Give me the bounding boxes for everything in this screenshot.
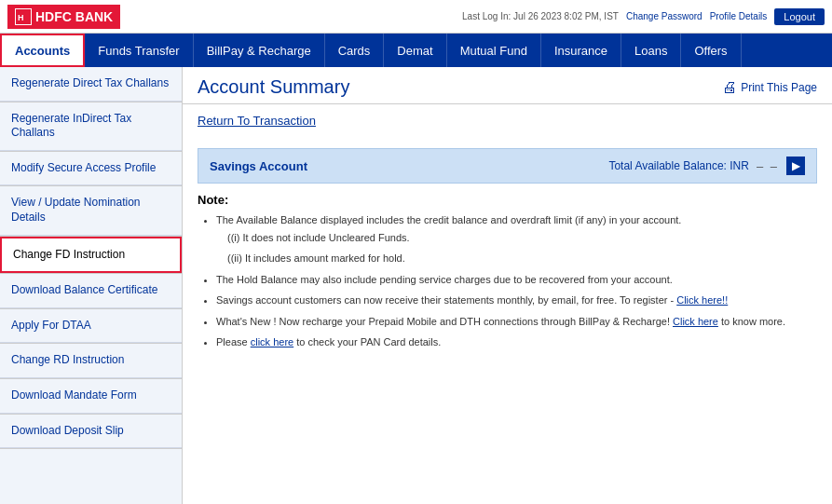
nav-item-accounts[interactable]: Accounts [0,34,85,67]
nav-item-funds-transfer[interactable]: Funds Transfer [85,34,193,67]
sidebar-item-view--update-nomination-details[interactable]: View / Update Nomination Details [0,186,182,235]
savings-account-bar: Savings Account Total Available Balance:… [198,148,817,184]
sidebar-item-download-mandate-form[interactable]: Download Mandate Form [0,379,182,414]
balance-label: Total Available Balance: INR [608,159,749,172]
return-to-transaction-link[interactable]: Return To Transaction [198,114,316,128]
page-title: Account Summary [198,76,349,98]
nav-item-demat[interactable]: Demat [384,34,446,67]
note-sub-list-0: (i) It does not include Uncleared Funds.… [216,230,817,266]
nav-item-cards[interactable]: Cards [325,34,385,67]
note-item-4: Please click here to check your PAN Card… [216,334,817,350]
sidebar-item-change-rd-instruction[interactable]: Change RD Instruction [0,344,182,378]
logo-area: H HDFC BANK [7,5,120,29]
note-item-0: The Available Balance displayed includes… [216,212,817,266]
printer-icon: 🖨 [722,79,737,96]
logout-button[interactable]: Logout [774,8,825,25]
sidebar-item-apply-for-dtaa[interactable]: Apply For DTAA [0,309,182,344]
sidebar-item-regenerate-direct-tax-challans[interactable]: Regenerate Direct Tax Challans [0,67,182,102]
sidebar-item-download-balance-certificate[interactable]: Download Balance Certificate [0,274,182,308]
note-title: Note: [198,193,817,207]
content-area: Account Summary 🖨 Print This Page Return… [183,67,832,504]
profile-details-link[interactable]: Profile Details [710,11,768,21]
bank-logo-svg: H [16,9,31,24]
nav-item-offers[interactable]: Offers [681,34,741,67]
savings-account-label: Savings Account [210,159,307,173]
sidebar-item-download-deposit-slip[interactable]: Download Deposit Slip [0,415,182,449]
account-detail-arrow[interactable]: ▶ [786,157,805,175]
note-link-2[interactable]: Click here!! [676,294,728,306]
print-link[interactable]: 🖨 Print This Page [722,79,817,96]
note-sub-item-0-0: (i) It does not include Uncleared Funds. [227,230,817,246]
note-list: The Available Balance displayed includes… [198,212,817,350]
note-item-3: What's New ! Now recharge your Prepaid M… [216,314,817,330]
nav-item-insurance[interactable]: Insurance [541,34,621,67]
note-item-1: The Hold Balance may also include pendin… [216,272,817,288]
nav-item-loans[interactable]: Loans [621,34,681,67]
bank-name: HDFC BANK [35,9,113,24]
sidebar: Regenerate Direct Tax ChallansRegenerate… [0,67,183,504]
bank-logo-icon: H [15,8,32,25]
header-links: Change Password Profile Details [626,11,767,21]
change-password-link[interactable]: Change Password [626,11,702,21]
nav-item-mutual-fund[interactable]: Mutual Fund [447,34,541,67]
sidebar-divider [0,448,182,449]
main-nav: AccountsFunds TransferBillPay & Recharge… [0,34,832,67]
balance-section: Total Available Balance: INR – – ▶ [608,157,805,175]
note-link-4[interactable]: click here [251,336,293,347]
note-section: Note: The Available Balance displayed in… [198,193,817,350]
nav-item-billpay-&-recharge[interactable]: BillPay & Recharge [194,34,325,67]
note-link-3[interactable]: Click here [673,316,718,327]
last-login-text: Last Log In: Jul 26 2023 8:02 PM, IST [462,11,619,21]
page-title-bar: Account Summary 🖨 Print This Page [183,67,832,104]
svg-text:H: H [18,13,24,22]
sidebar-item-change-fd-instruction[interactable]: Change FD Instruction [0,237,182,274]
main-layout: Regenerate Direct Tax ChallansRegenerate… [0,67,832,504]
print-label: Print This Page [741,81,817,94]
sidebar-item-regenerate-indirect-tax-challans[interactable]: Regenerate InDirect Tax Challans [0,102,182,151]
note-item-2: Savings account customers can now receiv… [216,293,817,308]
logo-box: H HDFC BANK [7,5,120,29]
note-sub-item-0-1: (ii) It includes amount marked for hold. [227,251,817,266]
sidebar-item-modify-secure-access-profile[interactable]: Modify Secure Access Profile [0,152,182,186]
content-body: Return To Transaction Savings Account To… [183,104,832,365]
balance-value: – – [757,159,779,173]
header-right: Last Log In: Jul 26 2023 8:02 PM, IST Ch… [462,8,825,25]
header: H HDFC BANK Last Log In: Jul 26 2023 8:0… [0,0,832,34]
